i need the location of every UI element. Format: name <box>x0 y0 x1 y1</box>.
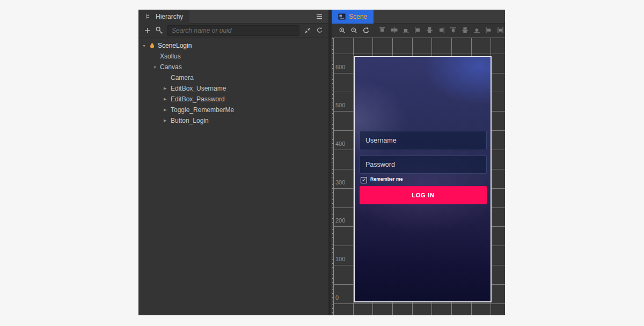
align-top-icon <box>379 27 386 34</box>
distribute-vcenter-icon <box>462 27 469 34</box>
tree-item-label: EditBox_Password <box>171 95 225 103</box>
scene-flame-icon <box>149 42 158 49</box>
grid-line-horizontal <box>334 303 505 304</box>
ruler-label: 100 <box>335 256 345 263</box>
tree-item-Xsollus[interactable]: Xsollus <box>138 51 328 62</box>
tree-item-Camera[interactable]: Camera <box>138 72 328 83</box>
align-right-icon <box>438 27 445 34</box>
ruler-label: 200 <box>335 217 345 224</box>
hierarchy-toolbar <box>138 24 328 38</box>
align-bottom-icon <box>402 27 410 34</box>
align-hcenter-icon <box>426 27 434 34</box>
scene-canvas-viewport[interactable]: Username Password ✓ Remember me LOG IN <box>354 56 492 302</box>
caret-right-icon[interactable]: ▶ <box>164 86 171 91</box>
search-input[interactable] <box>167 25 299 36</box>
ruler-label: 300 <box>335 179 345 186</box>
tree-item-Toggle_RememberMe[interactable]: ▶Toggle_RememberMe <box>138 105 328 115</box>
tab-scene[interactable]: Scene <box>332 10 374 24</box>
zoom-in-icon[interactable] <box>339 27 346 34</box>
align-left-icon <box>414 27 422 34</box>
password-input[interactable]: Password <box>360 155 487 174</box>
hierarchy-tab-label: Hierarchy <box>156 13 183 20</box>
hierarchy-tree-icon <box>145 13 152 20</box>
grid-line-horizontal <box>334 54 505 54</box>
hierarchy-panel: Hierarchy ▼SceneLoginXsollus▼CanvasCamer… <box>138 10 328 315</box>
login-button[interactable]: LOG IN <box>360 186 487 204</box>
tree-item-label: Toggle_RememberMe <box>171 106 234 114</box>
refresh-icon[interactable] <box>316 26 324 34</box>
grid-line-vertical <box>333 38 334 315</box>
scene-image-icon <box>338 13 346 20</box>
align-vcenter-icon <box>391 27 398 34</box>
tree-item-label: SceneLogin <box>158 42 192 49</box>
hierarchy-toolbar-left-icons <box>143 26 163 34</box>
remember-me-label: Remember me <box>370 176 403 182</box>
hierarchy-tabbar: Hierarchy <box>138 10 328 24</box>
add-icon[interactable] <box>143 26 151 34</box>
remember-me-checkbox[interactable]: ✓ <box>361 177 367 183</box>
tree-item-SceneLogin[interactable]: ▼SceneLogin <box>138 40 328 51</box>
hierarchy-toolbar-right-icons <box>303 26 324 34</box>
tree-item-label: Button_Login <box>171 117 209 124</box>
ruler-label: 600 <box>335 64 345 71</box>
editor-window: Hierarchy ▼SceneLoginXsollus▼CanvasCamer… <box>138 10 505 315</box>
scene-tabbar: Scene <box>332 10 505 24</box>
tab-hierarchy[interactable]: Hierarchy <box>138 10 189 24</box>
tree-item-Canvas[interactable]: ▼Canvas <box>138 62 328 72</box>
scene-grid: 6005004003002001000 Username Password ✓ … <box>332 38 505 315</box>
distribute-top-icon <box>450 27 457 34</box>
reset-view-icon[interactable] <box>362 27 370 34</box>
distribute-bottom-icon <box>473 27 481 34</box>
scene-tab-label: Scene <box>349 13 367 20</box>
scene-toolbar <box>332 24 505 38</box>
scene-panel: Scene 6005004003002001000 Username Passw… <box>332 10 505 315</box>
tree-item-Button_Login[interactable]: ▶Button_Login <box>138 115 328 126</box>
username-input[interactable]: Username <box>360 131 487 150</box>
tree-item-label: Xsollus <box>160 53 181 60</box>
search-filter-icon[interactable] <box>155 26 163 34</box>
tree-item-EditBox_Password[interactable]: ▶EditBox_Password <box>138 94 328 105</box>
distribute-left-icon <box>485 27 493 34</box>
panel-menu-icon[interactable] <box>316 13 323 20</box>
hierarchy-tree: ▼SceneLoginXsollus▼CanvasCamera▶EditBox_… <box>138 38 328 315</box>
ruler-label: 400 <box>335 140 345 147</box>
caret-right-icon[interactable]: ▶ <box>164 97 171 101</box>
tree-item-label: EditBox_Username <box>171 85 226 92</box>
ruler-label: 500 <box>335 102 345 109</box>
caret-down-icon[interactable]: ▼ <box>153 65 160 69</box>
distribute-hcenter-icon <box>497 27 504 34</box>
tree-item-label: Canvas <box>160 63 182 71</box>
ruler-label: 0 <box>335 294 339 301</box>
caret-right-icon[interactable]: ▶ <box>164 118 171 123</box>
caret-down-icon[interactable]: ▼ <box>142 44 149 48</box>
tree-item-EditBox_Username[interactable]: ▶EditBox_Username <box>138 83 328 94</box>
zoom-out-icon[interactable] <box>350 27 358 34</box>
collapse-all-icon[interactable] <box>303 26 311 34</box>
caret-right-icon[interactable]: ▶ <box>164 108 171 112</box>
tree-item-label: Camera <box>171 74 194 82</box>
